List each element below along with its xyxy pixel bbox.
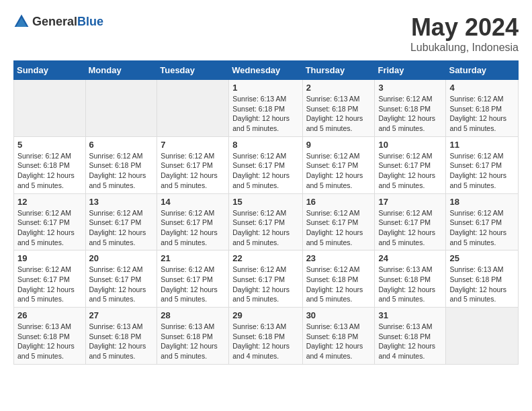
calendar-week-row: 19Sunrise: 6:12 AMSunset: 6:17 PMDayligh… bbox=[14, 250, 519, 308]
cell-info-line: Daylight: 12 hours bbox=[161, 285, 225, 295]
day-number: 30 bbox=[306, 310, 371, 320]
cell-info-line: Sunset: 6:18 PM bbox=[306, 332, 371, 342]
cell-info-line: Sunrise: 6:12 AM bbox=[378, 94, 442, 104]
cell-info-line: Daylight: 12 hours bbox=[17, 171, 82, 181]
cell-info-line: Sunrise: 6:12 AM bbox=[17, 208, 82, 218]
day-number: 18 bbox=[449, 197, 515, 207]
cell-info-line: Daylight: 12 hours bbox=[232, 341, 298, 351]
calendar-cell: 24Sunrise: 6:13 AMSunset: 6:18 PMDayligh… bbox=[375, 250, 446, 308]
cell-info-line: Daylight: 12 hours bbox=[306, 113, 371, 124]
cell-info-line: and 5 minutes. bbox=[232, 238, 298, 248]
calendar-week-row: 26Sunrise: 6:13 AMSunset: 6:18 PMDayligh… bbox=[14, 308, 519, 365]
calendar-cell: 25Sunrise: 6:13 AMSunset: 6:18 PMDayligh… bbox=[446, 250, 519, 308]
calendar-header-row: SundayMondayTuesdayWednesdayThursdayFrid… bbox=[14, 61, 519, 80]
cell-info-line: Sunset: 6:17 PM bbox=[378, 161, 442, 171]
cell-info-line: and 5 minutes. bbox=[306, 181, 371, 191]
cell-info-line: Daylight: 12 hours bbox=[378, 341, 442, 351]
month-title: May 2024 bbox=[410, 13, 519, 42]
cell-info-line: Daylight: 12 hours bbox=[232, 113, 298, 124]
cell-info-line: and 5 minutes. bbox=[161, 351, 225, 361]
cell-info-line: and 5 minutes. bbox=[306, 238, 371, 248]
cell-info-line: Daylight: 12 hours bbox=[89, 228, 154, 238]
day-number: 25 bbox=[449, 253, 515, 263]
cell-info-line: and 5 minutes. bbox=[161, 181, 225, 191]
cell-info-line: Daylight: 12 hours bbox=[378, 285, 442, 295]
cell-info-line: Sunrise: 6:13 AM bbox=[306, 322, 371, 332]
cell-info-line: Sunset: 6:18 PM bbox=[89, 332, 154, 342]
logo: GeneralBlue bbox=[13, 13, 103, 30]
logo-icon bbox=[13, 13, 30, 30]
cell-info-line: and 5 minutes. bbox=[378, 238, 442, 248]
calendar-cell: 23Sunrise: 6:12 AMSunset: 6:18 PMDayligh… bbox=[302, 250, 375, 308]
cell-info-line: Sunset: 6:18 PM bbox=[306, 104, 371, 114]
cell-info-line: and 5 minutes. bbox=[232, 124, 298, 134]
calendar-cell: 13Sunrise: 6:12 AMSunset: 6:17 PMDayligh… bbox=[85, 193, 157, 250]
cell-info-line: Sunset: 6:18 PM bbox=[449, 104, 515, 114]
cell-info-line: Sunset: 6:17 PM bbox=[89, 275, 154, 285]
cell-info-line: Sunrise: 6:13 AM bbox=[17, 322, 82, 332]
cell-info-line: Sunset: 6:18 PM bbox=[378, 275, 442, 285]
calendar-cell: 16Sunrise: 6:12 AMSunset: 6:17 PMDayligh… bbox=[302, 193, 375, 250]
day-number: 7 bbox=[161, 140, 225, 150]
day-number: 26 bbox=[17, 310, 82, 320]
calendar-cell: 30Sunrise: 6:13 AMSunset: 6:18 PMDayligh… bbox=[302, 308, 375, 365]
calendar-cell: 8Sunrise: 6:12 AMSunset: 6:17 PMDaylight… bbox=[229, 136, 302, 193]
location: Lubukalung, Indonesia bbox=[410, 42, 519, 54]
cell-info-line: Daylight: 12 hours bbox=[449, 113, 515, 124]
cell-info-line: Sunrise: 6:12 AM bbox=[449, 151, 515, 161]
day-number: 12 bbox=[17, 197, 82, 207]
calendar-cell: 15Sunrise: 6:12 AMSunset: 6:17 PMDayligh… bbox=[229, 193, 302, 250]
cell-info-line: Daylight: 12 hours bbox=[306, 228, 371, 238]
cell-info-line: Sunset: 6:17 PM bbox=[232, 275, 298, 285]
header-wednesday: Wednesday bbox=[229, 61, 302, 80]
day-number: 16 bbox=[306, 197, 371, 207]
cell-info-line: Sunset: 6:18 PM bbox=[161, 332, 225, 342]
header-sunday: Sunday bbox=[14, 61, 86, 80]
day-number: 19 bbox=[17, 253, 82, 263]
day-number: 2 bbox=[306, 83, 371, 93]
cell-info-line: and 5 minutes. bbox=[232, 294, 298, 304]
cell-info-line: and 4 minutes. bbox=[306, 351, 371, 361]
cell-info-line: Sunset: 6:17 PM bbox=[17, 275, 82, 285]
calendar-cell: 22Sunrise: 6:12 AMSunset: 6:17 PMDayligh… bbox=[229, 250, 302, 308]
cell-info-line: Sunset: 6:18 PM bbox=[306, 275, 371, 285]
cell-info-line: Sunrise: 6:13 AM bbox=[232, 94, 298, 104]
day-number: 15 bbox=[232, 197, 298, 207]
cell-info-line: Daylight: 12 hours bbox=[449, 228, 515, 238]
calendar-cell bbox=[14, 80, 86, 137]
cell-info-line: Sunset: 6:17 PM bbox=[306, 218, 371, 228]
cell-info-line: Daylight: 12 hours bbox=[378, 228, 442, 238]
cell-info-line: and 5 minutes. bbox=[449, 238, 515, 248]
cell-info-line: Sunset: 6:17 PM bbox=[161, 161, 225, 171]
day-number: 24 bbox=[378, 253, 442, 263]
title-block: May 2024 Lubukalung, Indonesia bbox=[410, 13, 519, 54]
cell-info-line: Sunset: 6:17 PM bbox=[17, 218, 82, 228]
day-number: 9 bbox=[306, 140, 371, 150]
cell-info-line: Sunrise: 6:12 AM bbox=[232, 208, 298, 218]
cell-info-line: Daylight: 12 hours bbox=[89, 341, 154, 351]
cell-info-line: and 5 minutes. bbox=[449, 294, 515, 304]
header-thursday: Thursday bbox=[302, 61, 375, 80]
cell-info-line: Daylight: 12 hours bbox=[378, 171, 442, 181]
cell-info-line: Daylight: 12 hours bbox=[378, 113, 442, 124]
calendar-cell: 28Sunrise: 6:13 AMSunset: 6:18 PMDayligh… bbox=[157, 308, 229, 365]
cell-info-line: Sunset: 6:17 PM bbox=[449, 161, 515, 171]
day-number: 6 bbox=[89, 140, 154, 150]
cell-info-line: Sunrise: 6:12 AM bbox=[378, 208, 442, 218]
day-number: 1 bbox=[232, 83, 298, 93]
cell-info-line: Daylight: 12 hours bbox=[161, 228, 225, 238]
cell-info-line: Sunset: 6:17 PM bbox=[449, 218, 515, 228]
cell-info-line: and 5 minutes. bbox=[449, 124, 515, 134]
cell-info-line: Sunset: 6:18 PM bbox=[17, 161, 82, 171]
cell-info-line: Sunrise: 6:13 AM bbox=[449, 265, 515, 275]
cell-info-line: Sunrise: 6:13 AM bbox=[232, 322, 298, 332]
cell-info-line: Sunrise: 6:12 AM bbox=[17, 151, 82, 161]
calendar-cell: 6Sunrise: 6:12 AMSunset: 6:18 PMDaylight… bbox=[85, 136, 157, 193]
cell-info-line: and 5 minutes. bbox=[378, 294, 442, 304]
cell-info-line: Sunrise: 6:12 AM bbox=[306, 265, 371, 275]
cell-info-line: and 5 minutes. bbox=[449, 181, 515, 191]
day-number: 8 bbox=[232, 140, 298, 150]
cell-info-line: Sunset: 6:18 PM bbox=[232, 104, 298, 114]
cell-info-line: Sunrise: 6:12 AM bbox=[89, 265, 154, 275]
day-number: 31 bbox=[378, 310, 442, 320]
